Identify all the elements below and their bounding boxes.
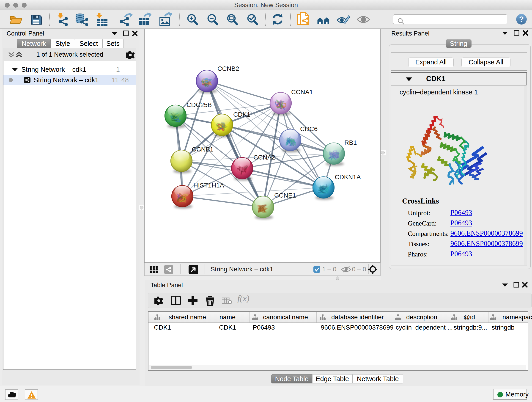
svg-text:CDK1: CDK1 bbox=[233, 111, 250, 118]
svg-text:CCNB1: CCNB1 bbox=[192, 146, 214, 153]
svg-text:CCNB2: CCNB2 bbox=[217, 65, 239, 72]
svg-text:HIST1H1A: HIST1H1A bbox=[193, 182, 224, 189]
svg-text:CCNA1: CCNA1 bbox=[291, 89, 313, 96]
svg-text:CDKN1A: CDKN1A bbox=[335, 173, 361, 181]
svg-text:?: ? bbox=[519, 15, 524, 23]
svg-text:RB1: RB1 bbox=[344, 139, 357, 146]
svg-text:CCNA2: CCNA2 bbox=[253, 154, 275, 161]
svg-text:CDC25B: CDC25B bbox=[186, 101, 212, 108]
svg-text:CCNE1: CCNE1 bbox=[274, 192, 296, 199]
svg-text:CDC6: CDC6 bbox=[300, 125, 317, 133]
